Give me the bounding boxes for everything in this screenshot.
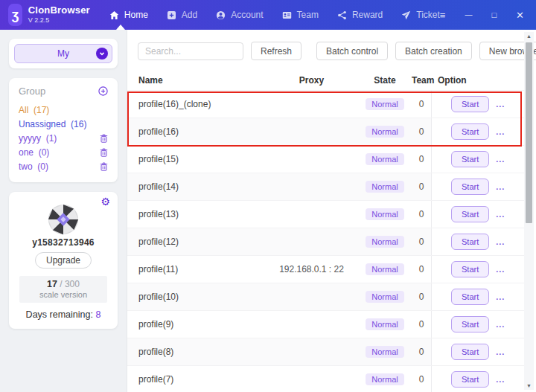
more-options-button[interactable]: ... xyxy=(496,292,505,301)
more-options-button[interactable]: ... xyxy=(496,375,505,384)
refresh-button[interactable]: Refresh xyxy=(251,42,302,60)
sidebar-group-item[interactable]: one (0) xyxy=(19,145,108,159)
table-row[interactable]: profile(10) Normal 0 Start ... xyxy=(127,283,525,310)
batch-control-button[interactable]: Batch control xyxy=(316,42,388,60)
sidebar-group-item[interactable]: Unassigned (16) xyxy=(19,117,108,131)
trash-icon[interactable] xyxy=(100,134,108,143)
start-button[interactable]: Start xyxy=(451,151,489,167)
sidebar-group-item[interactable]: two (0) xyxy=(19,159,108,173)
trash-icon[interactable] xyxy=(100,148,108,157)
team-count: 0 xyxy=(412,126,431,137)
start-button[interactable]: Start xyxy=(451,96,489,112)
upgrade-button[interactable]: Upgrade xyxy=(35,252,92,269)
status-badge: Normal xyxy=(366,346,403,358)
nav-item-add[interactable]: Add xyxy=(167,10,197,20)
nav-label: Account xyxy=(231,10,263,20)
add-group-icon[interactable] xyxy=(98,86,108,96)
nav-label: Home xyxy=(124,10,148,20)
profile-name: profile(16)_(clone) xyxy=(127,99,265,109)
table-row[interactable]: profile(11) 192.168.0.1 : 22 Normal 0 St… xyxy=(127,255,525,283)
table-row[interactable]: profile(9) Normal 0 Start ... xyxy=(127,310,525,338)
maximize-button[interactable]: □ xyxy=(491,11,497,19)
start-button[interactable]: Start xyxy=(451,123,489,140)
share-icon xyxy=(337,10,347,20)
start-button[interactable]: Start xyxy=(451,206,489,222)
scroll-down-arrow[interactable]: ▼ xyxy=(524,383,534,388)
send-icon xyxy=(401,10,411,20)
more-options-button[interactable]: ... xyxy=(496,127,505,136)
scrollbar-thumb[interactable] xyxy=(526,42,532,223)
sidebar: My Group All (17) Unassigned (16) yyyyy xyxy=(0,30,127,392)
table-row[interactable]: profile(12) Normal 0 Start ... xyxy=(127,228,525,255)
more-options-button[interactable]: ... xyxy=(496,155,505,164)
state-cell: Normal xyxy=(358,263,412,275)
nav-item-ticket[interactable]: Ticket xyxy=(401,10,440,20)
state-cell: Normal xyxy=(358,181,412,193)
usage-box: 17 / 300 scale version xyxy=(19,276,107,303)
table-row[interactable]: profile(16) Normal 0 Start ... xyxy=(127,118,525,145)
vertical-scrollbar[interactable]: ▲ ▼ xyxy=(524,32,534,390)
active-tab-notch xyxy=(116,25,125,30)
start-button[interactable]: Start xyxy=(451,234,489,250)
option-cell: Start ... xyxy=(431,338,525,365)
gear-icon[interactable]: ⚙ xyxy=(100,196,110,208)
avatar xyxy=(48,204,79,235)
chevron-down-icon xyxy=(96,48,108,60)
owner-filter-dropdown[interactable]: My xyxy=(14,44,112,63)
more-options-button[interactable]: ... xyxy=(496,237,505,246)
start-button[interactable]: Start xyxy=(451,371,489,388)
nav-label: Reward xyxy=(352,10,383,20)
column-header-option: Option xyxy=(431,75,525,86)
account-card: ⚙ y15832713946 Upgrade 17 / 300 scale ve… xyxy=(9,192,118,329)
column-header-state: State xyxy=(358,75,412,86)
close-button[interactable]: ✕ xyxy=(516,10,524,20)
sidebar-group-item[interactable]: All (17) xyxy=(19,103,108,117)
more-options-button[interactable]: ... xyxy=(496,347,505,356)
table-body: profile(16)_(clone) Normal 0 Start ... p… xyxy=(127,90,525,392)
profile-name: profile(16) xyxy=(127,126,265,137)
state-cell: Normal xyxy=(358,346,412,358)
team-count: 0 xyxy=(412,209,431,219)
nav-label: Ticket xyxy=(416,10,440,20)
more-options-button[interactable]: ... xyxy=(496,100,505,109)
team-count: 0 xyxy=(412,237,431,247)
menu-icon[interactable]: ≡ xyxy=(440,10,446,20)
table-row[interactable]: profile(14) Normal 0 Start ... xyxy=(127,173,525,200)
status-badge: Normal xyxy=(366,263,403,275)
profile-name: profile(9) xyxy=(127,319,265,330)
start-button[interactable]: Start xyxy=(451,261,489,277)
sidebar-group-item[interactable]: yyyyy (1) xyxy=(19,131,108,145)
logo-glyph: ʒ xyxy=(12,7,19,23)
batch-creation-button[interactable]: Batch creation xyxy=(395,42,472,60)
team-count: 0 xyxy=(412,319,431,330)
more-options-button[interactable]: ... xyxy=(496,210,505,219)
search-input[interactable] xyxy=(138,42,243,60)
more-options-button[interactable]: ... xyxy=(496,182,505,191)
nav-item-reward[interactable]: Reward xyxy=(337,10,383,20)
nav-item-account[interactable]: Account xyxy=(216,10,263,20)
table-row[interactable]: profile(8) Normal 0 Start ... xyxy=(127,338,525,365)
nav-item-home[interactable]: Home xyxy=(109,10,148,20)
option-cell: Start ... xyxy=(431,146,525,173)
start-button[interactable]: Start xyxy=(451,344,489,360)
option-cell: Start ... xyxy=(431,201,525,228)
profile-name: profile(13) xyxy=(127,209,265,219)
table-row[interactable]: profile(16)_(clone) Normal 0 Start ... xyxy=(127,90,525,118)
team-count: 0 xyxy=(412,347,431,357)
table-row[interactable]: profile(7) Normal 0 Start ... xyxy=(127,365,525,392)
more-options-button[interactable]: ... xyxy=(496,320,505,329)
start-button[interactable]: Start xyxy=(451,179,489,195)
table-row[interactable]: profile(13) Normal 0 Start ... xyxy=(127,200,525,228)
profile-proxy: 192.168.0.1 : 22 xyxy=(265,264,358,274)
trash-icon[interactable] xyxy=(100,162,108,171)
state-cell: Normal xyxy=(358,208,412,220)
scroll-up-arrow[interactable]: ▲ xyxy=(524,33,534,39)
minimize-button[interactable]: — xyxy=(465,11,472,19)
start-button[interactable]: Start xyxy=(451,289,489,305)
nav-item-team[interactable]: Team xyxy=(282,10,319,20)
status-badge: Normal xyxy=(366,208,403,220)
start-button[interactable]: Start xyxy=(451,316,489,332)
team-count: 0 xyxy=(412,374,431,385)
table-row[interactable]: profile(15) Normal 0 Start ... xyxy=(127,145,525,173)
more-options-button[interactable]: ... xyxy=(496,265,505,274)
